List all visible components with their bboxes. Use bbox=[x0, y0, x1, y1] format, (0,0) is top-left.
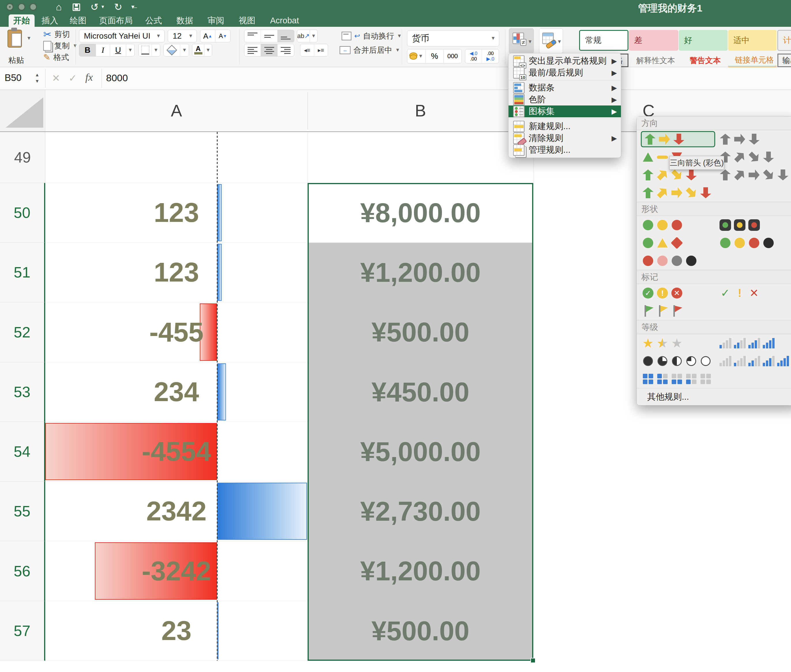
cell-B55[interactable]: ¥2,730.00 bbox=[307, 482, 533, 541]
row-header-49[interactable]: 49 bbox=[0, 132, 45, 183]
cell-A54[interactable]: -4554 bbox=[45, 422, 307, 482]
decrease-indent-icon[interactable]: ◂≡ bbox=[300, 44, 314, 56]
star-half-icon[interactable]: ★ bbox=[656, 337, 668, 350]
iconset-row-3-1[interactable] bbox=[637, 352, 791, 370]
boxes-4-icon[interactable] bbox=[643, 374, 653, 384]
pie-1-icon[interactable] bbox=[686, 356, 696, 366]
boxes-0-icon[interactable] bbox=[700, 374, 711, 384]
orientation-caret-icon[interactable]: ▼ bbox=[310, 30, 317, 42]
cell-B53[interactable]: ¥450.00 bbox=[307, 362, 533, 422]
cell-B57[interactable]: ¥500.00 bbox=[307, 601, 533, 661]
traffic-green-icon[interactable] bbox=[719, 219, 731, 231]
circle-red-icon[interactable] bbox=[749, 238, 759, 248]
circle-green-icon[interactable] bbox=[643, 238, 653, 248]
glyph-check-green-icon[interactable]: ✓ bbox=[721, 288, 730, 299]
signal-2-icon[interactable] bbox=[734, 338, 746, 349]
menu-item-5[interactable]: 图标集▶ bbox=[509, 106, 621, 117]
cell-B50[interactable]: ¥8,000.00 bbox=[307, 183, 533, 243]
arrow-down-red-icon[interactable] bbox=[700, 187, 711, 198]
close-window-icon[interactable] bbox=[6, 3, 14, 11]
arrow-down-gray-icon[interactable] bbox=[777, 170, 788, 181]
iconset-row-3-0[interactable]: ★★★ bbox=[637, 334, 791, 352]
arrow-up-green-icon[interactable] bbox=[642, 187, 653, 198]
align-middle-icon[interactable] bbox=[261, 30, 277, 42]
arrow-right-gray-icon[interactable] bbox=[749, 170, 760, 181]
tab-data[interactable]: 数据 bbox=[175, 14, 194, 27]
iconset-row-0-3[interactable] bbox=[637, 184, 791, 202]
arrow-ne-yellow-icon[interactable] bbox=[655, 185, 670, 200]
more-rules-item[interactable]: 其他规则... bbox=[637, 389, 791, 405]
home-icon[interactable]: ⌂ bbox=[53, 1, 65, 13]
arrow-ne-gray-icon[interactable] bbox=[732, 149, 748, 165]
row-header-56[interactable]: 56 bbox=[0, 541, 45, 601]
cell-style-explanatory[interactable]: 解释性文本 bbox=[629, 54, 678, 67]
iconset-row-0-0[interactable] bbox=[637, 130, 791, 148]
flag-red-icon[interactable] bbox=[671, 305, 683, 317]
align-left-icon[interactable] bbox=[245, 44, 261, 56]
decrease-font-icon[interactable]: A▼ bbox=[215, 30, 230, 42]
column-header-a[interactable]: A bbox=[45, 90, 307, 131]
arrow-right-yellow-icon[interactable] bbox=[659, 134, 670, 145]
glyph-excl-yellow-icon[interactable]: ! bbox=[738, 288, 742, 299]
tab-formulas[interactable]: 公式 bbox=[144, 14, 163, 27]
zoom-window-icon[interactable] bbox=[29, 3, 37, 11]
circle-green-icon[interactable] bbox=[643, 220, 653, 230]
cell-style-linked-cell[interactable]: 链接单元格 bbox=[728, 54, 777, 67]
signal-1-icon[interactable] bbox=[719, 338, 731, 349]
signal-3-icon[interactable] bbox=[763, 356, 775, 366]
cell-A51[interactable]: 123 bbox=[45, 243, 307, 302]
pie-0-icon[interactable] bbox=[701, 356, 711, 366]
iconset-row-1-2[interactable] bbox=[637, 252, 791, 270]
cell-style-normal[interactable]: 常规 bbox=[579, 30, 628, 51]
copy-button[interactable]: 复制 ▼ bbox=[43, 41, 78, 51]
cell-style-neutral[interactable]: 适中 bbox=[728, 30, 777, 51]
row-header-54[interactable]: 54 bbox=[0, 422, 45, 482]
arrow-up-green-icon[interactable] bbox=[645, 134, 655, 145]
redo-icon[interactable]: ↻ bbox=[112, 1, 125, 13]
italic-button[interactable]: I bbox=[96, 44, 110, 56]
badge-cross-red-icon[interactable]: ✕ bbox=[671, 288, 682, 299]
cell-C57[interactable] bbox=[533, 601, 791, 661]
wrap-text-button[interactable]: ↩ 自动换行 ▼ bbox=[342, 30, 402, 42]
arrow-right-gray-icon[interactable] bbox=[734, 134, 745, 145]
row-header-55[interactable]: 55 bbox=[0, 482, 45, 541]
boxes-1-icon[interactable] bbox=[686, 374, 697, 384]
paste-button[interactable] bbox=[8, 30, 22, 48]
number-format-combobox[interactable]: 货币▼ bbox=[407, 30, 499, 46]
percent-style-button[interactable]: % bbox=[426, 49, 444, 63]
increase-decimal-button[interactable]: ◀.0 .00 bbox=[465, 49, 482, 63]
cell-A52[interactable]: -455 bbox=[45, 302, 307, 362]
iconset-row-3-2[interactable] bbox=[637, 370, 791, 388]
tab-page-layout[interactable]: 页面布局 bbox=[98, 14, 135, 27]
name-box[interactable]: B50 bbox=[5, 72, 22, 83]
signal-2-icon[interactable] bbox=[748, 356, 760, 366]
cell-C55[interactable] bbox=[533, 482, 791, 541]
cell-B49[interactable] bbox=[307, 132, 533, 183]
cell-style-output[interactable]: 输出 bbox=[777, 54, 791, 67]
circle-yellow-icon[interactable] bbox=[657, 220, 668, 230]
arrow-down-red-icon[interactable] bbox=[673, 134, 684, 145]
circle-yellow-icon[interactable] bbox=[735, 238, 745, 248]
cell-style-good[interactable]: 好 bbox=[679, 30, 728, 51]
menu-item-8[interactable]: 清除规则▶ bbox=[509, 132, 621, 144]
underline-caret-icon[interactable]: ▼ bbox=[126, 44, 135, 56]
arrow-se-gray-icon[interactable] bbox=[761, 167, 776, 183]
format-as-table-button[interactable]: ▼ bbox=[539, 28, 563, 54]
conditional-formatting-button[interactable]: ≠ ▼ bbox=[509, 28, 534, 54]
cell-style-warning[interactable]: 警告文本 bbox=[679, 54, 728, 67]
traffic-red-icon[interactable] bbox=[748, 219, 760, 231]
borders-button[interactable]: ▼ bbox=[138, 44, 160, 56]
cell-A49[interactable] bbox=[45, 132, 307, 183]
tab-acrobat[interactable]: Acrobat bbox=[267, 14, 301, 27]
iconset-row-1-1[interactable] bbox=[637, 234, 791, 252]
save-icon[interactable] bbox=[73, 3, 80, 11]
pie-4-icon[interactable] bbox=[643, 356, 653, 366]
menu-item-9[interactable]: 管理规则... bbox=[509, 144, 621, 156]
star-full-icon[interactable]: ★ bbox=[642, 337, 653, 350]
tab-view[interactable]: 视图 bbox=[237, 14, 256, 27]
borders-caret-icon[interactable]: ▼ bbox=[152, 44, 160, 56]
boxes-2-icon[interactable] bbox=[672, 374, 682, 384]
arrow-se-yellow-icon[interactable] bbox=[684, 185, 699, 200]
minimize-window-icon[interactable] bbox=[18, 3, 26, 11]
cell-B52[interactable]: ¥500.00 bbox=[307, 302, 533, 362]
